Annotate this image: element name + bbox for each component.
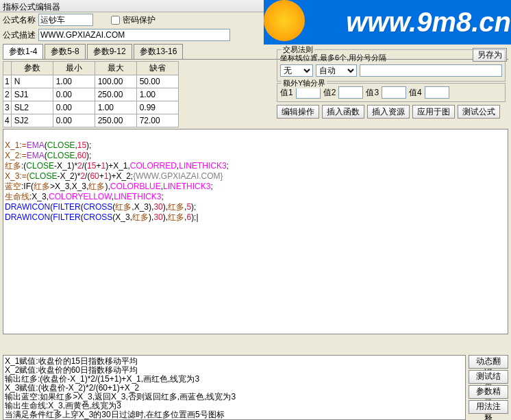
password-protect-checkbox[interactable] <box>111 16 120 25</box>
param-def-input[interactable] <box>138 76 177 87</box>
rules-select-auto[interactable]: 自动 <box>316 64 357 77</box>
param-row: 3 <box>3 101 179 114</box>
formula-desc-label: 公式描述 <box>3 29 36 41</box>
test-formula-button[interactable]: 测试公式 <box>458 105 500 119</box>
usage-notes-button[interactable]: 用法注释 <box>469 400 508 414</box>
param-def-input[interactable] <box>138 102 177 113</box>
insert-func-button[interactable]: 插入函数 <box>322 105 364 119</box>
param-min-input[interactable] <box>55 76 93 87</box>
tab-params-1-4[interactable]: 参数1-4 <box>3 44 43 59</box>
code-editor[interactable]: X_1:=EMA(CLOSE,15); X_2:=EMA(CLOSE,60); … <box>3 129 508 334</box>
category1-label: 公式 <box>492 14 508 26</box>
param-min-input[interactable] <box>55 115 93 126</box>
param-col-min: 最小 <box>53 62 95 75</box>
param-max-input[interactable] <box>97 102 135 113</box>
param-col-max: 最大 <box>95 62 136 75</box>
value4-label: 值4 <box>409 87 422 99</box>
password-protect-label: 密码保护 <box>123 14 155 26</box>
param-name-input[interactable] <box>13 115 51 126</box>
param-col-def: 缺省 <box>136 62 178 75</box>
param-name-input[interactable] <box>13 102 51 113</box>
formula-name-input[interactable] <box>38 14 93 26</box>
tab-params-9-12[interactable]: 参数9-12 <box>87 44 132 59</box>
category2-label: 公式 <box>492 29 508 41</box>
window-title: 指标公式编辑器 <box>0 0 511 12</box>
value2-label: 值2 <box>323 87 336 99</box>
param-row: 2 <box>3 88 179 101</box>
param-max-input[interactable] <box>97 76 135 87</box>
param-row: 1 <box>3 75 179 88</box>
value2-input[interactable] <box>338 86 363 99</box>
dynamic-translate-button[interactable]: 动态翻译 <box>469 355 508 369</box>
formula-name-label: 公式名称 <box>3 14 36 26</box>
param-def-input[interactable] <box>138 89 177 100</box>
param-name-input[interactable] <box>13 89 51 100</box>
value1-label: 值1 <box>280 87 293 99</box>
test-results-button[interactable]: 测试结果 <box>469 370 508 384</box>
param-def-input[interactable] <box>138 115 177 126</box>
param-min-input[interactable] <box>55 102 93 113</box>
apply-chart-button[interactable]: 应用于图 <box>412 105 455 119</box>
explain-line: 当满足条件红多上穿X_3的30日过滤时,在红多位置画5号图标 <box>5 410 464 419</box>
trade-rules-fieldset: 交易法则 坐标线位置,最多6个,用分号分隔 无 自动 <box>277 49 506 82</box>
extra-y-fieldset: 额外Y轴分界 值1 值2 值3 值4 <box>277 83 506 102</box>
value3-input[interactable] <box>382 86 406 99</box>
rules-select-none[interactable]: 无 <box>280 64 313 77</box>
tab-params-5-8[interactable]: 参数5-8 <box>45 44 85 59</box>
param-col-name: 参数 <box>11 62 53 75</box>
param-col-idx <box>3 62 12 75</box>
rules-positions-input[interactable] <box>360 64 502 77</box>
insert-res-button[interactable]: 插入资源 <box>367 105 410 119</box>
param-name-input[interactable] <box>13 76 51 87</box>
param-table: 参数 最小 最大 缺省 1 2 3 4 <box>3 61 179 127</box>
param-min-input[interactable] <box>55 89 93 100</box>
value4-input[interactable] <box>425 86 449 99</box>
explanation-box[interactable]: X_1赋值:收盘价的15日指数移动平均 X_2赋值:收盘价的60日指数移动平均 … <box>3 355 466 420</box>
tab-params-13-16[interactable]: 参数13-16 <box>134 44 184 59</box>
param-row: 4 <box>3 114 179 127</box>
param-wizard-button[interactable]: 参数精灵 <box>469 385 508 399</box>
edit-ops-button[interactable]: 编辑操作 <box>277 105 319 119</box>
value3-label: 值3 <box>366 87 379 99</box>
trade-rules-legend: 交易法则 <box>282 45 314 55</box>
formula-desc-input[interactable] <box>38 29 230 41</box>
extra-y-legend: 额外Y轴分界 <box>282 78 327 88</box>
param-max-input[interactable] <box>97 115 135 126</box>
param-max-input[interactable] <box>97 89 135 100</box>
